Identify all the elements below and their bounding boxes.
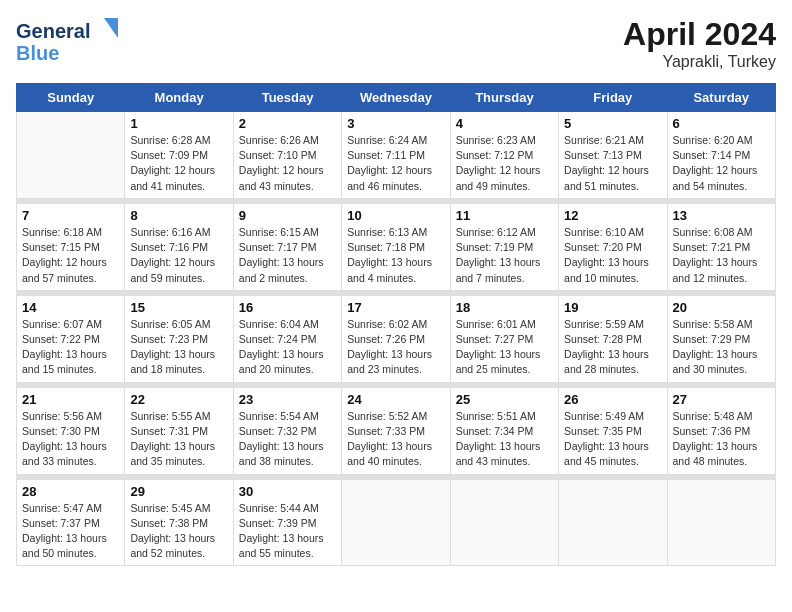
day-info: Sunrise: 5:51 AMSunset: 7:34 PMDaylight:…: [456, 409, 553, 470]
table-row: 4 Sunrise: 6:23 AMSunset: 7:12 PMDayligh…: [450, 112, 558, 199]
day-info: Sunrise: 6:13 AMSunset: 7:18 PMDaylight:…: [347, 225, 444, 286]
table-row: 1 Sunrise: 6:28 AMSunset: 7:09 PMDayligh…: [125, 112, 233, 199]
table-row: 29 Sunrise: 5:45 AMSunset: 7:38 PMDaylig…: [125, 479, 233, 566]
table-row: 30 Sunrise: 5:44 AMSunset: 7:39 PMDaylig…: [233, 479, 341, 566]
week-row-5: 28 Sunrise: 5:47 AMSunset: 7:37 PMDaylig…: [17, 479, 776, 566]
table-row: 17 Sunrise: 6:02 AMSunset: 7:26 PMDaylig…: [342, 295, 450, 382]
table-row: 21 Sunrise: 5:56 AMSunset: 7:30 PMDaylig…: [17, 387, 125, 474]
day-number: 25: [456, 392, 553, 407]
location-subtitle: Yaprakli, Turkey: [623, 53, 776, 71]
table-row: 12 Sunrise: 6:10 AMSunset: 7:20 PMDaylig…: [559, 203, 667, 290]
day-number: 8: [130, 208, 227, 223]
day-number: 19: [564, 300, 661, 315]
week-row-3: 14 Sunrise: 6:07 AMSunset: 7:22 PMDaylig…: [17, 295, 776, 382]
day-info: Sunrise: 6:26 AMSunset: 7:10 PMDaylight:…: [239, 133, 336, 194]
day-info: Sunrise: 6:01 AMSunset: 7:27 PMDaylight:…: [456, 317, 553, 378]
header-monday: Monday: [125, 84, 233, 112]
title-block: April 2024 Yaprakli, Turkey: [623, 16, 776, 71]
table-row: 23 Sunrise: 5:54 AMSunset: 7:32 PMDaylig…: [233, 387, 341, 474]
day-number: 7: [22, 208, 119, 223]
table-row: 27 Sunrise: 5:48 AMSunset: 7:36 PMDaylig…: [667, 387, 775, 474]
day-info: Sunrise: 6:21 AMSunset: 7:13 PMDaylight:…: [564, 133, 661, 194]
header-tuesday: Tuesday: [233, 84, 341, 112]
day-number: 16: [239, 300, 336, 315]
svg-text:Blue: Blue: [16, 42, 59, 64]
table-row: 22 Sunrise: 5:55 AMSunset: 7:31 PMDaylig…: [125, 387, 233, 474]
day-number: 18: [456, 300, 553, 315]
day-info: Sunrise: 6:02 AMSunset: 7:26 PMDaylight:…: [347, 317, 444, 378]
day-info: Sunrise: 6:28 AMSunset: 7:09 PMDaylight:…: [130, 133, 227, 194]
day-info: Sunrise: 6:18 AMSunset: 7:15 PMDaylight:…: [22, 225, 119, 286]
day-info: Sunrise: 6:07 AMSunset: 7:22 PMDaylight:…: [22, 317, 119, 378]
day-number: 12: [564, 208, 661, 223]
day-number: 6: [673, 116, 770, 131]
table-row: 9 Sunrise: 6:15 AMSunset: 7:17 PMDayligh…: [233, 203, 341, 290]
table-row: 25 Sunrise: 5:51 AMSunset: 7:34 PMDaylig…: [450, 387, 558, 474]
page-header: General Blue April 2024 Yaprakli, Turkey: [16, 16, 776, 71]
logo: General Blue: [16, 16, 106, 71]
day-number: 2: [239, 116, 336, 131]
weekday-header-row: Sunday Monday Tuesday Wednesday Thursday…: [17, 84, 776, 112]
day-number: 9: [239, 208, 336, 223]
day-info: Sunrise: 5:44 AMSunset: 7:39 PMDaylight:…: [239, 501, 336, 562]
day-number: 17: [347, 300, 444, 315]
day-number: 24: [347, 392, 444, 407]
day-number: 15: [130, 300, 227, 315]
table-row: 19 Sunrise: 5:59 AMSunset: 7:28 PMDaylig…: [559, 295, 667, 382]
table-row: 13 Sunrise: 6:08 AMSunset: 7:21 PMDaylig…: [667, 203, 775, 290]
svg-marker-2: [104, 18, 118, 38]
day-info: Sunrise: 6:16 AMSunset: 7:16 PMDaylight:…: [130, 225, 227, 286]
header-thursday: Thursday: [450, 84, 558, 112]
table-row: [450, 479, 558, 566]
day-info: Sunrise: 6:05 AMSunset: 7:23 PMDaylight:…: [130, 317, 227, 378]
table-row: 15 Sunrise: 6:05 AMSunset: 7:23 PMDaylig…: [125, 295, 233, 382]
table-row: 3 Sunrise: 6:24 AMSunset: 7:11 PMDayligh…: [342, 112, 450, 199]
table-row: [17, 112, 125, 199]
day-info: Sunrise: 5:55 AMSunset: 7:31 PMDaylight:…: [130, 409, 227, 470]
header-sunday: Sunday: [17, 84, 125, 112]
day-number: 30: [239, 484, 336, 499]
day-info: Sunrise: 5:52 AMSunset: 7:33 PMDaylight:…: [347, 409, 444, 470]
day-info: Sunrise: 5:48 AMSunset: 7:36 PMDaylight:…: [673, 409, 770, 470]
header-wednesday: Wednesday: [342, 84, 450, 112]
day-number: 22: [130, 392, 227, 407]
table-row: [559, 479, 667, 566]
day-info: Sunrise: 6:24 AMSunset: 7:11 PMDaylight:…: [347, 133, 444, 194]
day-info: Sunrise: 6:20 AMSunset: 7:14 PMDaylight:…: [673, 133, 770, 194]
day-number: 28: [22, 484, 119, 499]
table-row: 5 Sunrise: 6:21 AMSunset: 7:13 PMDayligh…: [559, 112, 667, 199]
day-info: Sunrise: 6:23 AMSunset: 7:12 PMDaylight:…: [456, 133, 553, 194]
svg-text:General: General: [16, 20, 90, 42]
day-info: Sunrise: 5:49 AMSunset: 7:35 PMDaylight:…: [564, 409, 661, 470]
calendar-table: Sunday Monday Tuesday Wednesday Thursday…: [16, 83, 776, 566]
week-row-2: 7 Sunrise: 6:18 AMSunset: 7:15 PMDayligh…: [17, 203, 776, 290]
table-row: [667, 479, 775, 566]
day-info: Sunrise: 5:56 AMSunset: 7:30 PMDaylight:…: [22, 409, 119, 470]
day-number: 5: [564, 116, 661, 131]
table-row: [342, 479, 450, 566]
table-row: 24 Sunrise: 5:52 AMSunset: 7:33 PMDaylig…: [342, 387, 450, 474]
day-number: 13: [673, 208, 770, 223]
day-number: 4: [456, 116, 553, 131]
table-row: 7 Sunrise: 6:18 AMSunset: 7:15 PMDayligh…: [17, 203, 125, 290]
header-friday: Friday: [559, 84, 667, 112]
header-saturday: Saturday: [667, 84, 775, 112]
table-row: 26 Sunrise: 5:49 AMSunset: 7:35 PMDaylig…: [559, 387, 667, 474]
day-number: 10: [347, 208, 444, 223]
day-number: 3: [347, 116, 444, 131]
day-info: Sunrise: 6:10 AMSunset: 7:20 PMDaylight:…: [564, 225, 661, 286]
day-number: 29: [130, 484, 227, 499]
month-year-title: April 2024: [623, 16, 776, 53]
day-info: Sunrise: 5:45 AMSunset: 7:38 PMDaylight:…: [130, 501, 227, 562]
day-number: 1: [130, 116, 227, 131]
day-info: Sunrise: 5:58 AMSunset: 7:29 PMDaylight:…: [673, 317, 770, 378]
table-row: 16 Sunrise: 6:04 AMSunset: 7:24 PMDaylig…: [233, 295, 341, 382]
table-row: 8 Sunrise: 6:16 AMSunset: 7:16 PMDayligh…: [125, 203, 233, 290]
day-info: Sunrise: 6:12 AMSunset: 7:19 PMDaylight:…: [456, 225, 553, 286]
week-row-1: 1 Sunrise: 6:28 AMSunset: 7:09 PMDayligh…: [17, 112, 776, 199]
week-row-4: 21 Sunrise: 5:56 AMSunset: 7:30 PMDaylig…: [17, 387, 776, 474]
day-info: Sunrise: 6:08 AMSunset: 7:21 PMDaylight:…: [673, 225, 770, 286]
day-number: 14: [22, 300, 119, 315]
table-row: 2 Sunrise: 6:26 AMSunset: 7:10 PMDayligh…: [233, 112, 341, 199]
day-number: 11: [456, 208, 553, 223]
